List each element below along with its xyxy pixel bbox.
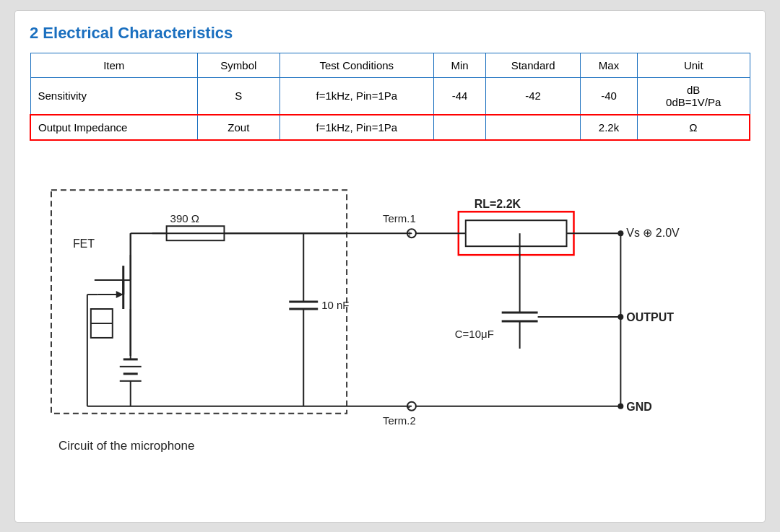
section-title: 2 Electrical Characteristics <box>30 24 750 43</box>
sensitivity-symbol: S <box>198 77 280 115</box>
rl-resistor <box>466 220 567 246</box>
svg-text:-: - <box>407 401 410 411</box>
fet-label: FET <box>73 237 95 250</box>
col-conditions: Test Conditions <box>280 53 433 77</box>
vs-label: Vs ⊕ 2.0V <box>626 227 680 239</box>
col-min: Min <box>434 53 486 77</box>
resistor-390-label: 390 Ω <box>170 212 199 224</box>
rl-label: RL=2.2K <box>474 198 521 210</box>
impedance-max: 2.2k <box>581 115 638 140</box>
impedance-unit: Ω <box>637 115 750 140</box>
svg-text:+: + <box>407 229 412 239</box>
impedance-min <box>434 115 486 140</box>
circuit-caption: Circuit of the microphone <box>58 438 194 452</box>
impedance-symbol: Zout <box>198 115 280 140</box>
sensitivity-conditions: f=1kHz, Pin=1Pa <box>280 77 433 115</box>
sensitivity-item: Sensitivity <box>30 77 198 115</box>
term2-label: Term.2 <box>383 414 416 426</box>
main-card: 2 Electrical Characteristics Item Symbol… <box>14 10 766 523</box>
sensitivity-min: -44 <box>434 77 486 115</box>
col-max: Max <box>581 53 638 77</box>
gnd-label: GND <box>626 400 651 412</box>
col-symbol: Symbol <box>198 53 280 77</box>
cap-10uf-label: C=10μF <box>455 327 494 339</box>
table-row: Sensitivity S f=1kHz, Pin=1Pa -44 -42 -4… <box>30 77 750 115</box>
sensitivity-standard: -42 <box>486 77 581 115</box>
rl-highlight-box <box>459 212 574 255</box>
term1-label: Term.1 <box>383 212 416 224</box>
col-item: Item <box>30 53 198 77</box>
col-standard: Standard <box>486 53 581 77</box>
output-label: OUTPUT <box>626 310 674 323</box>
circuit-diagram: FET <box>30 161 750 464</box>
impedance-conditions: f=1kHz, Pin=1Pa <box>280 115 433 140</box>
table-header-row: Item Symbol Test Conditions Min Standard… <box>30 53 750 77</box>
impedance-standard <box>486 115 581 140</box>
circuit-svg: FET <box>30 161 750 464</box>
electrical-characteristics-table: Item Symbol Test Conditions Min Standard… <box>30 53 750 141</box>
cap-10nf-label: 10 nF <box>321 299 349 311</box>
sensitivity-unit: dB 0dB=1V/Pa <box>637 77 750 115</box>
sensitivity-max: -40 <box>581 77 638 115</box>
impedance-item: Output Impedance <box>30 115 198 140</box>
table-row-highlighted: Output Impedance Zout f=1kHz, Pin=1Pa 2.… <box>30 115 750 140</box>
col-unit: Unit <box>637 53 750 77</box>
